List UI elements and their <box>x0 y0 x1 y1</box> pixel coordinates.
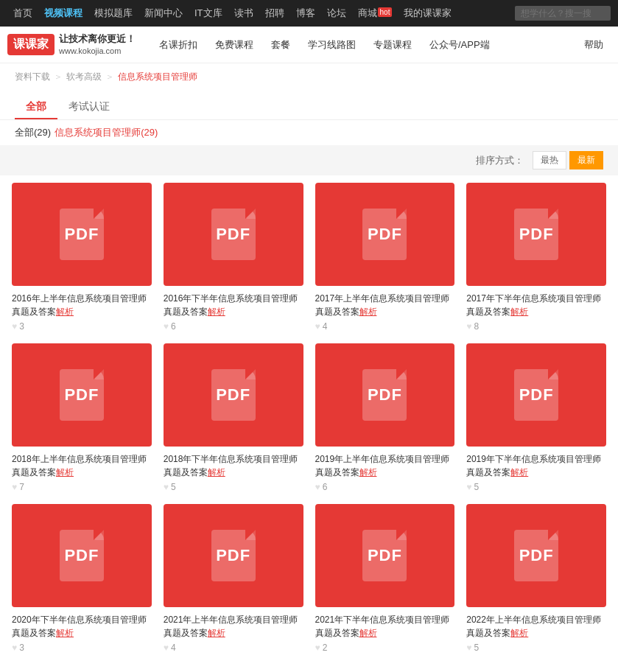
card-title: 2016年上半年信息系统项目管理师真题及答案解析 <box>12 292 152 318</box>
pdf-icon: PDF <box>362 530 407 581</box>
card-thumbnail: PDF <box>164 343 303 447</box>
nav-my-account[interactable]: 我的课课家 <box>398 0 457 27</box>
resource-card[interactable]: PDF 2017年上半年信息系统项目管理师真题及答案解析 ♥ 4 <box>315 183 455 332</box>
breadcrumb-download[interactable]: 资料下载 <box>15 71 50 83</box>
card-thumbnail: PDF <box>315 343 455 447</box>
card-thumbnail: PDF <box>315 504 455 607</box>
pdf-document-shape: PDF <box>362 369 407 421</box>
sort-bar: 排序方式： 最热 最新 <box>0 145 618 175</box>
pdf-document-shape: PDF <box>362 209 407 260</box>
pdf-icon: PDF <box>60 530 104 581</box>
help-button[interactable]: 帮助 <box>577 38 611 52</box>
card-title-link[interactable]: 2016年下半年信息系统项目管理师真题及答案解析 <box>164 293 298 317</box>
pdf-label: PDF <box>519 385 554 405</box>
card-title-link[interactable]: 2017年上半年信息系统项目管理师真题及答案解析 <box>315 293 450 317</box>
nav-jobs[interactable]: 招聘 <box>259 0 290 27</box>
filter-row: 全部(29) 信息系统项目管理师(29) <box>0 120 618 145</box>
pdf-icon: PDF <box>211 209 256 260</box>
sec-nav-package[interactable]: 套餐 <box>262 27 299 63</box>
nav-video-course[interactable]: 视频课程 <box>38 0 88 27</box>
sec-nav-links: 名课折扣 免费课程 套餐 学习线路图 专题课程 公众号/APP端 <box>150 27 577 63</box>
resource-grid: PDF 2016年上半年信息系统项目管理师真题及答案解析 ♥ 3 PDF 201… <box>0 183 618 653</box>
tab-all[interactable]: 全部 <box>15 94 57 119</box>
resource-card[interactable]: PDF 2016年上半年信息系统项目管理师真题及答案解析 ♥ 3 <box>12 183 152 332</box>
pdf-label: PDF <box>64 225 99 244</box>
card-title-link[interactable]: 2017年下半年信息系统项目管理师真题及答案解析 <box>466 293 601 317</box>
sec-nav-discount[interactable]: 名课折扣 <box>150 27 206 63</box>
card-title-link[interactable]: 2020年下半年信息系统项目管理师真题及答案解析 <box>12 615 147 638</box>
sec-nav-free[interactable]: 免费课程 <box>206 27 262 63</box>
card-title: 2017年下半年信息系统项目管理师真题及答案解析 <box>466 292 606 318</box>
pdf-icon: PDF <box>362 369 407 421</box>
card-thumbnail: PDF <box>466 183 606 286</box>
card-title-link[interactable]: 2021年上半年信息系统项目管理师真题及答案解析 <box>164 615 298 638</box>
card-title-link[interactable]: 2022年上半年信息系统项目管理师真题及答案解析 <box>466 615 601 638</box>
card-title-link[interactable]: 2018年下半年信息系统项目管理师真题及答案解析 <box>164 454 298 477</box>
pdf-icon: PDF <box>211 530 256 581</box>
pdf-label: PDF <box>64 385 99 405</box>
search-input[interactable] <box>515 6 611 21</box>
resource-card[interactable]: PDF 2018年下半年信息系统项目管理师真题及答案解析 ♥ 5 <box>164 343 303 492</box>
nav-blog[interactable]: 博客 <box>290 0 321 27</box>
card-meta: ♥ 6 <box>164 321 303 332</box>
nav-home[interactable]: 首页 <box>7 0 38 27</box>
card-meta: ♥ 6 <box>315 482 455 492</box>
card-title-link[interactable]: 2018年上半年信息系统项目管理师真题及答案解析 <box>12 454 147 477</box>
sec-nav-roadmap[interactable]: 学习线路图 <box>299 27 365 63</box>
nav-it-library[interactable]: IT文库 <box>189 0 228 27</box>
category-link[interactable]: 信息系统项目管理师(29) <box>55 126 158 139</box>
resource-card[interactable]: PDF 2017年下半年信息系统项目管理师真题及答案解析 ♥ 8 <box>466 183 606 332</box>
nav-news[interactable]: 新闻中心 <box>138 0 189 27</box>
card-meta: ♥ 3 <box>12 643 152 653</box>
card-thumbnail: PDF <box>315 183 455 286</box>
resource-card[interactable]: PDF 2018年上半年信息系统项目管理师真题及答案解析 ♥ 7 <box>12 343 152 492</box>
sort-hot[interactable]: 最热 <box>533 151 566 169</box>
resource-card[interactable]: PDF 2020年下半年信息系统项目管理师真题及答案解析 ♥ 3 <box>12 504 152 653</box>
card-title: 2019年上半年信息系统项目管理师真题及答案解析 <box>315 452 455 479</box>
resource-card[interactable]: PDF 2019年下半年信息系统项目管理师真题及答案解析 ♥ 5 <box>466 343 606 492</box>
heart-icon: ♥ <box>466 643 471 653</box>
sec-nav-special[interactable]: 专题课程 <box>365 27 421 63</box>
nav-shop[interactable]: 商城hot <box>352 0 398 27</box>
heart-icon: ♥ <box>315 482 320 492</box>
breadcrumb-sep-2: ＞ <box>105 71 114 83</box>
card-meta: ♥ 5 <box>466 643 606 653</box>
card-title: 2022年上半年信息系统项目管理师真题及答案解析 <box>466 613 606 640</box>
nav-mock-exam[interactable]: 模拟题库 <box>88 0 138 27</box>
card-title-link[interactable]: 2019年下半年信息系统项目管理师真题及答案解析 <box>466 454 601 477</box>
pdf-label: PDF <box>216 225 250 244</box>
resource-card[interactable]: PDF 2021年下半年信息系统项目管理师真题及答案解析 ♥ 2 <box>315 504 455 653</box>
resource-card[interactable]: PDF 2022年上半年信息系统项目管理师真题及答案解析 ♥ 5 <box>466 504 606 653</box>
pdf-icon: PDF <box>514 369 558 421</box>
pdf-document-shape: PDF <box>60 209 104 260</box>
resource-card[interactable]: PDF 2021年上半年信息系统项目管理师真题及答案解析 ♥ 4 <box>164 504 303 653</box>
card-meta: ♥ 4 <box>315 321 455 332</box>
resource-card[interactable]: PDF 2016年下半年信息系统项目管理师真题及答案解析 ♥ 6 <box>164 183 303 332</box>
heart-icon: ♥ <box>12 482 17 492</box>
like-count: 4 <box>323 321 328 332</box>
pdf-label: PDF <box>216 385 250 405</box>
tab-exam[interactable]: 考试认证 <box>57 94 121 119</box>
sec-nav-app[interactable]: 公众号/APP端 <box>421 27 499 63</box>
breadcrumb-level[interactable]: 软考高级 <box>66 71 102 83</box>
card-title-link[interactable]: 2021年下半年信息系统项目管理师真题及答案解析 <box>315 615 450 638</box>
card-meta: ♥ 5 <box>466 482 606 492</box>
pdf-document-shape: PDF <box>514 530 558 581</box>
pdf-icon: PDF <box>514 530 558 581</box>
card-meta: ♥ 8 <box>466 321 606 332</box>
card-meta: ♥ 3 <box>12 321 152 332</box>
card-title: 2018年上半年信息系统项目管理师真题及答案解析 <box>12 452 152 479</box>
hot-badge: hot <box>378 7 393 17</box>
resource-card[interactable]: PDF 2019年上半年信息系统项目管理师真题及答案解析 ♥ 6 <box>315 343 455 492</box>
logo[interactable]: 课课家 让技术离你更近！ www.kokojia.com <box>7 33 136 56</box>
card-title-link[interactable]: 2019年上半年信息系统项目管理师真题及答案解析 <box>315 454 450 477</box>
like-count: 6 <box>323 482 328 492</box>
pdf-label: PDF <box>519 546 554 565</box>
pdf-label: PDF <box>368 385 402 405</box>
sort-newest[interactable]: 最新 <box>569 151 603 169</box>
card-title-link[interactable]: 2016年上半年信息系统项目管理师真题及答案解析 <box>12 293 147 317</box>
secondary-navigation: 课课家 让技术离你更近！ www.kokojia.com 名课折扣 免费课程 套… <box>0 27 618 63</box>
nav-reading[interactable]: 读书 <box>228 0 259 27</box>
nav-forum[interactable]: 论坛 <box>321 0 352 27</box>
heart-icon: ♥ <box>164 643 169 653</box>
